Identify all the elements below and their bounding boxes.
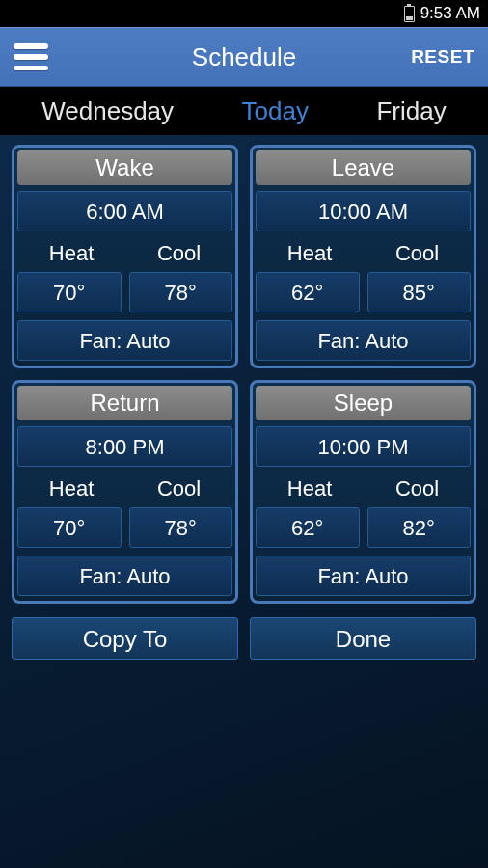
menu-icon[interactable] — [14, 43, 48, 70]
heat-temp-button[interactable]: 70° — [17, 507, 122, 548]
heat-temp-button[interactable]: 70° — [17, 272, 122, 312]
heat-label: Heat — [49, 241, 94, 266]
heat-temp-button[interactable]: 62° — [256, 507, 360, 548]
day-tabs: Wednesday Today Friday — [0, 87, 488, 135]
schedule-content: Wake 6:00 AM Heat Cool 70° 78° Fan: Auto… — [0, 135, 488, 868]
period-title: Leave — [256, 150, 471, 185]
tab-next-day[interactable]: Friday — [376, 96, 446, 126]
period-card-wake: Wake 6:00 AM Heat Cool 70° 78° Fan: Auto — [12, 145, 238, 368]
fan-button[interactable]: Fan: Auto — [17, 556, 232, 596]
period-title: Sleep — [256, 386, 471, 420]
app-toolbar: Schedule RESET — [0, 27, 488, 87]
time-button[interactable]: 10:00 PM — [256, 426, 471, 467]
time-button[interactable]: 10:00 AM — [256, 191, 471, 231]
time-button[interactable]: 6:00 AM — [17, 191, 232, 231]
heat-label: Heat — [287, 241, 332, 266]
fan-button[interactable]: Fan: Auto — [256, 556, 471, 596]
cool-temp-button[interactable]: 82° — [367, 507, 472, 548]
cool-label: Cool — [395, 476, 439, 502]
heat-label: Heat — [287, 476, 332, 502]
copy-to-button[interactable]: Copy To — [12, 617, 238, 660]
tab-prev-day[interactable]: Wednesday — [41, 96, 174, 126]
fan-button[interactable]: Fan: Auto — [256, 320, 471, 361]
done-button[interactable]: Done — [250, 617, 476, 660]
tab-today[interactable]: Today — [242, 96, 309, 126]
cool-label: Cool — [157, 476, 201, 502]
cool-temp-button[interactable]: 78° — [129, 272, 233, 312]
period-card-sleep: Sleep 10:00 PM Heat Cool 62° 82° Fan: Au… — [250, 380, 476, 604]
status-clock: 9:53 AM — [420, 4, 480, 23]
page-title: Schedule — [192, 42, 296, 72]
period-card-return: Return 8:00 PM Heat Cool 70° 78° Fan: Au… — [12, 380, 238, 604]
heat-label: Heat — [49, 476, 94, 502]
heat-temp-button[interactable]: 62° — [256, 272, 360, 312]
cool-label: Cool — [395, 241, 439, 266]
period-card-leave: Leave 10:00 AM Heat Cool 62° 85° Fan: Au… — [250, 145, 476, 368]
cool-temp-button[interactable]: 85° — [367, 272, 472, 312]
battery-icon — [404, 6, 415, 22]
android-status-bar: 9:53 AM — [0, 0, 488, 27]
cool-temp-button[interactable]: 78° — [129, 507, 233, 548]
reset-button[interactable]: RESET — [411, 46, 474, 68]
fan-button[interactable]: Fan: Auto — [17, 320, 232, 361]
period-title: Wake — [17, 150, 232, 185]
time-button[interactable]: 8:00 PM — [17, 426, 232, 467]
period-title: Return — [17, 386, 232, 420]
cool-label: Cool — [157, 241, 201, 266]
